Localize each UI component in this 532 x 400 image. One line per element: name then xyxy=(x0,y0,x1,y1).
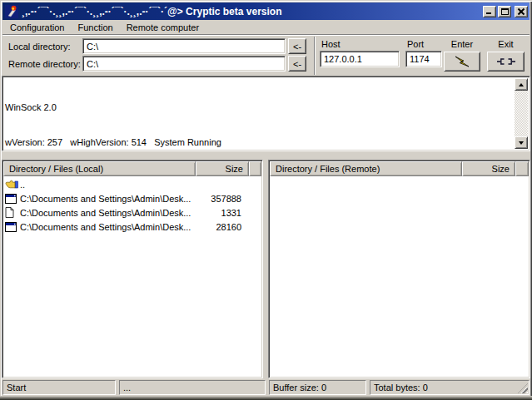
info-scrollbar[interactable] xyxy=(515,78,528,149)
menu-configuration[interactable]: Configuration xyxy=(3,21,71,34)
port-label: Port xyxy=(407,39,424,49)
local-directory-label: Local directory: xyxy=(8,42,71,52)
list-item-name: C:\Documents and Settings\Admin\Desk... xyxy=(20,208,202,218)
total-bytes-text: Total bytes: 0 xyxy=(374,383,428,393)
list-item-up-directory[interactable]: .. xyxy=(2,177,262,191)
list-item-size: 28160 xyxy=(202,222,262,232)
remote-filler-column-header xyxy=(515,161,529,176)
resize-grip[interactable] xyxy=(518,383,528,393)
local-list-header: Directory / Files (Local) Size xyxy=(3,161,261,176)
maximize-button[interactable] xyxy=(498,6,511,17)
list-item-file[interactable]: C:\Documents and Settings\Admin\Desk... … xyxy=(2,220,262,234)
list-item-file[interactable]: C:\Documents and Settings\Admin\Desk... … xyxy=(2,205,262,220)
remote-directory-up-button[interactable]: <- xyxy=(288,56,306,72)
port-input[interactable] xyxy=(405,51,442,67)
toolbar-divider xyxy=(314,37,316,75)
minimize-button[interactable] xyxy=(483,6,496,17)
local-files-list: Directory / Files (Local) Size .. xyxy=(2,160,263,378)
document-icon xyxy=(5,207,20,218)
exit-label: Exit xyxy=(487,39,525,49)
host-input[interactable] xyxy=(320,51,400,67)
close-button[interactable] xyxy=(515,6,528,17)
remote-name-column-header[interactable]: Directory / Files (Remote) xyxy=(270,161,462,176)
scroll-up-button[interactable] xyxy=(515,78,528,91)
menu-bar: Configuration Function Remote computer xyxy=(2,20,530,35)
window-bottom-edge xyxy=(0,396,532,400)
status-panel-total-bytes: Total bytes: 0 xyxy=(370,380,530,395)
list-item-name: .. xyxy=(20,180,202,190)
local-directory-input[interactable] xyxy=(82,38,286,54)
info-line-1: WinSock 2.0 xyxy=(5,101,513,113)
window-title: ¸,.-·´¯`·.¸¸,.-·´¯`·.¸¸,.-·´¯`·.¸¸,.-·´¯… xyxy=(22,6,483,17)
remote-directory-label: Remote directory: xyxy=(8,59,81,69)
enter-label: Enter xyxy=(444,39,480,49)
list-item-size: 357888 xyxy=(202,194,262,204)
exit-button[interactable] xyxy=(487,52,525,72)
status-panel-buffer-size: Buffer size: 0 xyxy=(269,380,366,395)
remote-files-list: Directory / Files (Remote) Size xyxy=(268,160,530,378)
app-window: ¸,.-·´¯`·.¸¸,.-·´¯`·.¸¸,.-·´¯`·.¸¸,.-·´¯… xyxy=(0,0,532,400)
local-directory-up-button[interactable]: <- xyxy=(288,38,306,54)
arrow-down-icon xyxy=(519,141,524,145)
window-file-icon xyxy=(5,222,20,232)
minimize-icon xyxy=(486,12,491,14)
info-line-2: wVersion: 257 wHighVersion: 514 System R… xyxy=(5,136,513,148)
menu-remote-computer[interactable]: Remote computer xyxy=(120,21,206,34)
list-item-size: 1331 xyxy=(202,208,262,218)
disconnect-plug-icon xyxy=(497,57,515,66)
list-item-name: C:\Documents and Settings\Admin\Desk... xyxy=(20,222,202,232)
list-item-name: C:\Documents and Settings\Admin\Desk... xyxy=(20,194,202,204)
arrow-up-icon xyxy=(519,83,524,86)
app-torch-icon xyxy=(5,5,18,18)
list-item-file[interactable]: C:\Documents and Settings\Admin\Desk... … xyxy=(2,191,262,205)
host-label: Host xyxy=(321,39,341,49)
status-panel-message: ... xyxy=(119,380,266,395)
remote-list-header: Directory / Files (Remote) Size xyxy=(270,161,529,176)
lightning-bolt-icon xyxy=(454,56,470,67)
local-name-column-header[interactable]: Directory / Files (Local) xyxy=(3,161,196,176)
title-bar[interactable]: ¸,.-·´¯`·.¸¸,.-·´¯`·.¸¸,.-·´¯`·.¸¸,.-·´¯… xyxy=(2,2,530,20)
maximize-icon xyxy=(501,8,509,15)
remote-directory-input[interactable] xyxy=(82,56,286,72)
menu-function[interactable]: Function xyxy=(71,21,119,34)
scroll-down-button[interactable] xyxy=(515,136,528,149)
remote-size-column-header[interactable]: Size xyxy=(462,161,515,176)
local-size-column-header[interactable]: Size xyxy=(196,161,249,176)
status-bar: Start ... Buffer size: 0 Total bytes: 0 xyxy=(2,380,530,395)
hand-pointer-icon xyxy=(5,179,20,190)
enter-button[interactable] xyxy=(444,52,480,72)
local-filler-column-header xyxy=(249,161,261,176)
status-panel-start: Start xyxy=(2,380,116,395)
winsock-info-box[interactable]: WinSock 2.0 wVersion: 257 wHighVersion: … xyxy=(2,76,530,151)
window-file-icon xyxy=(5,194,20,204)
toolbar: Local directory: <- Remote directory: <-… xyxy=(0,35,532,76)
